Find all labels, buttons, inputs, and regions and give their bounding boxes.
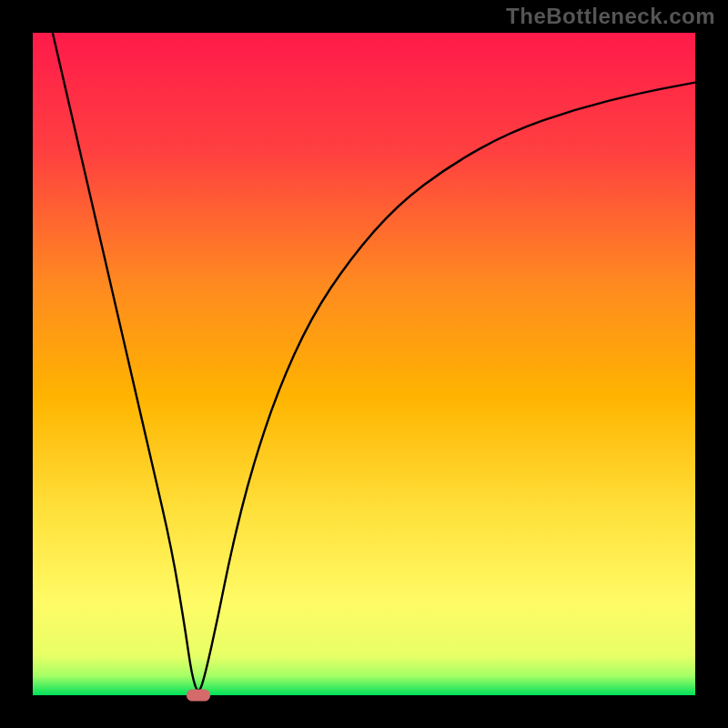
chart-frame: TheBottleneck.com — [0, 0, 728, 728]
watermark-text: TheBottleneck.com — [506, 4, 715, 29]
optimum-marker — [187, 689, 210, 701]
plot-background — [33, 33, 695, 695]
chart-svg — [0, 0, 728, 728]
